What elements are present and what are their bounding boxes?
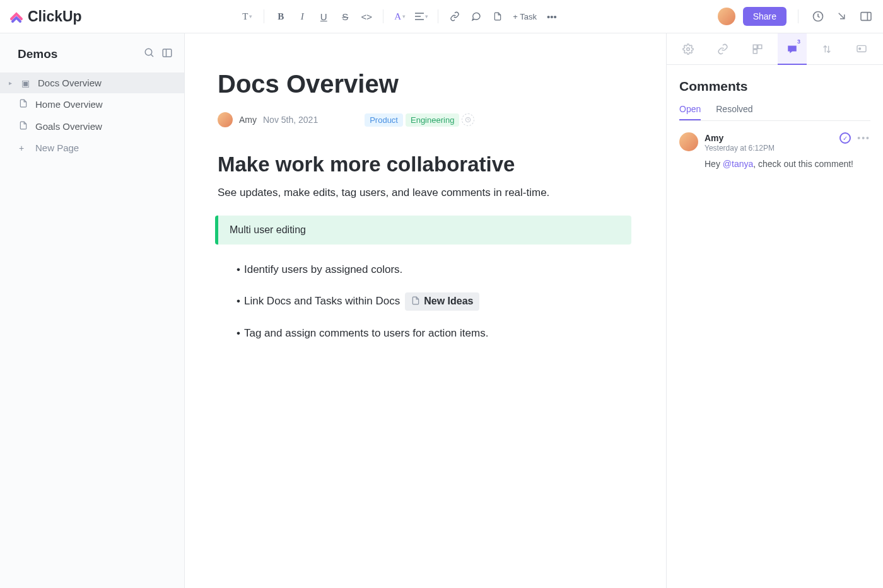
right-rail: 3 Comments Open Resolved [666, 33, 883, 588]
doc-title[interactable]: Docs Overview [218, 70, 626, 98]
comment-button[interactable] [467, 8, 485, 25]
text-color-button[interactable]: A▾ [391, 8, 409, 25]
sidebar-item-label: Docs Overview [38, 78, 102, 88]
rail-tab-templates[interactable] [743, 33, 772, 65]
sidebar-item-goals-overview[interactable]: Goals Overview [0, 115, 184, 137]
brand-name: ClickUp [28, 8, 82, 25]
comment-avatar [679, 132, 698, 151]
sidebar-item-label: Home Overview [35, 99, 103, 110]
doc-date: Nov 5th, 2021 [263, 115, 318, 125]
italic-button[interactable]: I [293, 8, 311, 25]
doc-icon [19, 98, 29, 110]
history-icon[interactable] [810, 8, 826, 25]
comments-tab-open[interactable]: Open [679, 104, 701, 120]
doc-icon [19, 120, 29, 132]
sidebar: Demos ▸ ▣ Docs Overview Home Overview [0, 33, 185, 588]
comment-time: Yesterday at 6:12PM [705, 144, 870, 153]
align-button[interactable]: ▾ [412, 8, 430, 25]
tag-engineering[interactable]: Engineering [406, 113, 459, 127]
tag-product[interactable]: Product [365, 113, 403, 127]
svg-rect-14 [758, 45, 762, 49]
list-item[interactable]: Link Docs and Tasks within Docs New Idea… [237, 292, 626, 311]
attach-button[interactable] [489, 8, 506, 25]
caret-icon: ▸ [9, 79, 15, 86]
sidebar-item-label: Goals Overview [35, 121, 102, 132]
user-avatar[interactable] [718, 8, 735, 25]
comments-pane: Comments Open Resolved Amy ✓ ••• [667, 65, 883, 183]
doc-author: Amy [239, 115, 257, 125]
svg-line-4 [839, 13, 845, 19]
author-avatar[interactable] [218, 112, 233, 127]
share-button[interactable]: Share [743, 7, 787, 26]
rail-tab-more[interactable] [847, 33, 876, 65]
svg-point-12 [686, 47, 689, 50]
mention[interactable]: @tanya [723, 159, 753, 169]
comments-tab-resolved[interactable]: Resolved [716, 104, 752, 120]
underline-button[interactable]: U [315, 8, 332, 25]
search-icon[interactable] [144, 47, 155, 61]
document-area: Docs Overview Amy Nov 5th, 2021 Product … [185, 33, 883, 588]
add-tag-button[interactable] [462, 113, 474, 126]
brand-logo[interactable]: ClickUp [9, 8, 82, 25]
strikethrough-button[interactable]: S [336, 8, 354, 25]
rail-tab-comments[interactable]: 3 [778, 33, 807, 65]
svg-point-17 [859, 47, 861, 49]
add-task-button[interactable]: + Task [510, 12, 539, 21]
comment-filter-tabs: Open Resolved [679, 104, 870, 121]
separator [264, 9, 264, 23]
export-icon[interactable] [834, 8, 850, 25]
topbar-right: Share [718, 7, 874, 26]
doc-meta: Amy Nov 5th, 2021 Product Engineering [218, 112, 626, 127]
separator [383, 9, 383, 23]
formatting-toolbar: T▾ B I U S <> A▾ ▾ + Task ••• [82, 8, 718, 25]
callout-block[interactable]: Multi user editing [215, 216, 631, 245]
svg-rect-15 [753, 49, 757, 53]
comment-item[interactable]: Amy ✓ ••• Yesterday at 6:12PM Hey @tanya… [679, 132, 870, 169]
logo-mark-icon [9, 9, 24, 24]
space-title: Demos [18, 47, 57, 61]
collapse-sidebar-icon[interactable] [161, 47, 173, 61]
plus-icon: + [19, 143, 29, 153]
code-button[interactable]: <> [358, 8, 375, 25]
text-style-button[interactable]: T▾ [238, 8, 256, 25]
more-button[interactable]: ••• [543, 8, 561, 25]
doc-list: Identify users by assigned colors. Link … [218, 263, 626, 340]
comment-more-icon[interactable]: ••• [857, 133, 870, 143]
doc-icon [411, 296, 420, 308]
rail-tab-relationships[interactable] [708, 33, 737, 65]
link-button[interactable] [446, 8, 464, 25]
resolve-comment-icon[interactable]: ✓ [839, 132, 851, 144]
comments-badge: 3 [797, 38, 800, 45]
sidebar-item-home-overview[interactable]: Home Overview [0, 93, 184, 115]
panel-toggle-icon[interactable] [858, 8, 874, 25]
comment-text: Hey @tanya, check out this comment! [705, 159, 870, 169]
svg-rect-5 [861, 13, 871, 21]
sidebar-item-label: New Page [35, 142, 79, 153]
comments-title: Comments [679, 79, 870, 94]
sidebar-item-docs-overview[interactable]: ▸ ▣ Docs Overview [0, 72, 184, 93]
svg-line-8 [151, 54, 153, 57]
bold-button[interactable]: B [272, 8, 289, 25]
svg-rect-13 [753, 45, 757, 49]
doc-icon: ▣ [21, 78, 32, 88]
svg-rect-16 [857, 45, 866, 52]
sidebar-new-page[interactable]: + New Page [0, 137, 184, 158]
callout-text: Multi user editing [230, 224, 306, 235]
inline-task-label: New Ideas [424, 296, 473, 307]
rail-tab-activity[interactable] [812, 33, 841, 65]
inline-task-chip[interactable]: New Ideas [405, 292, 479, 311]
separator [798, 9, 798, 23]
top-toolbar: ClickUp T▾ B I U S <> A▾ ▾ + Task ••• Sh… [0, 0, 883, 33]
doc-paragraph[interactable]: See updates, make edits, tag users, and … [218, 185, 626, 200]
list-item[interactable]: Identify users by assigned colors. [237, 263, 626, 276]
svg-rect-9 [163, 49, 172, 57]
separator [438, 9, 438, 23]
rail-tab-settings[interactable] [674, 33, 703, 65]
svg-point-7 [145, 49, 152, 55]
list-item[interactable]: Tag and assign comments to users for act… [237, 327, 626, 340]
doc-heading[interactable]: Make work more collaborative [218, 153, 626, 176]
rail-tabs: 3 [667, 33, 883, 65]
comment-author: Amy [705, 133, 723, 143]
